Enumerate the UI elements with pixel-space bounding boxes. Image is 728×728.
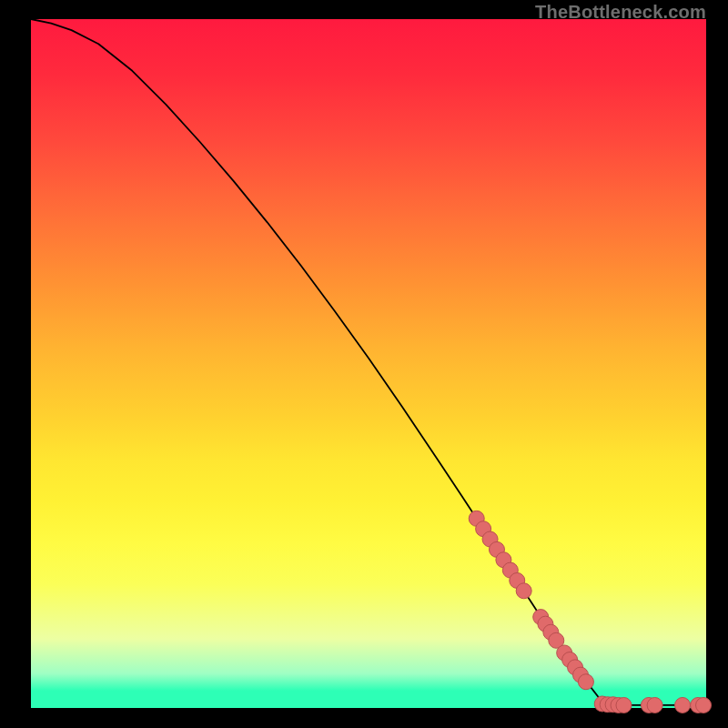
data-markers xyxy=(469,511,711,713)
data-point xyxy=(578,674,593,690)
data-point xyxy=(516,583,531,599)
bottleneck-curve xyxy=(31,19,706,705)
chart-svg xyxy=(31,19,706,708)
data-point xyxy=(675,697,691,713)
data-point xyxy=(647,697,662,713)
data-point xyxy=(696,697,712,713)
data-point xyxy=(616,697,632,713)
